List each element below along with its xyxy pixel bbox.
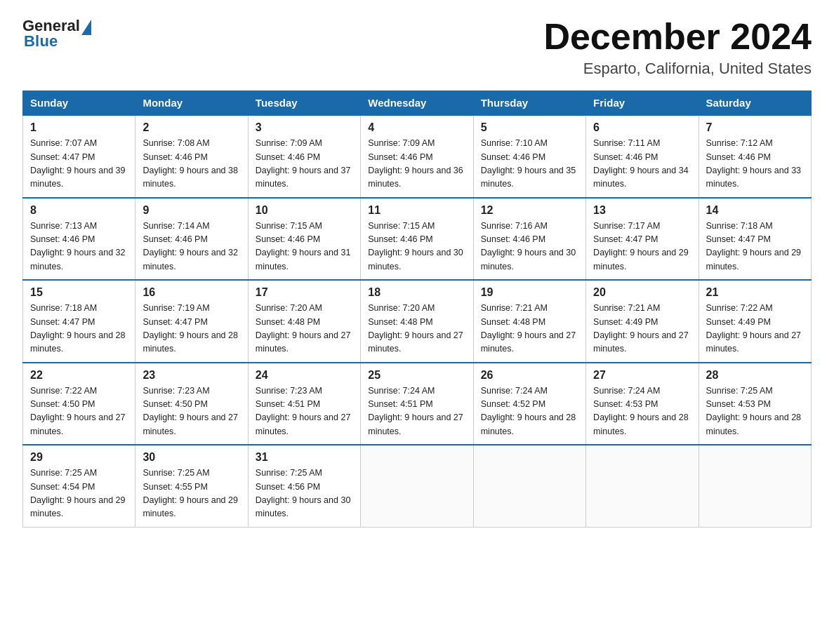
calendar-cell: 4Sunrise: 7:09 AMSunset: 4:46 PMDaylight…	[361, 115, 473, 198]
title-block: December 2024 Esparto, California, Unite…	[543, 17, 812, 78]
logo-blue-text: Blue	[24, 32, 58, 50]
day-info: Sunrise: 7:22 AMSunset: 4:49 PMDaylight:…	[706, 302, 804, 356]
calendar-cell	[473, 445, 585, 527]
day-number: 21	[706, 286, 804, 299]
day-number: 11	[368, 204, 465, 217]
calendar-cell: 30Sunrise: 7:25 AMSunset: 4:55 PMDayligh…	[135, 445, 248, 527]
calendar-cell: 7Sunrise: 7:12 AMSunset: 4:46 PMDaylight…	[699, 115, 811, 198]
day-info: Sunrise: 7:08 AMSunset: 4:46 PMDaylight:…	[143, 137, 240, 192]
day-info: Sunrise: 7:21 AMSunset: 4:48 PMDaylight:…	[481, 302, 578, 356]
calendar-cell: 24Sunrise: 7:23 AMSunset: 4:51 PMDayligh…	[248, 363, 360, 445]
day-number: 2	[143, 121, 240, 134]
page-header: General Blue December 2024 Esparto, Cali…	[22, 17, 812, 78]
day-info: Sunrise: 7:24 AMSunset: 4:53 PMDaylight:…	[593, 384, 691, 439]
header-thursday: Thursday	[473, 91, 585, 116]
day-number: 13	[593, 204, 691, 217]
day-number: 16	[143, 286, 240, 299]
calendar-cell: 11Sunrise: 7:15 AMSunset: 4:46 PMDayligh…	[361, 198, 473, 281]
day-number: 24	[256, 369, 353, 382]
day-info: Sunrise: 7:17 AMSunset: 4:47 PMDaylight:…	[593, 220, 691, 274]
calendar-cell: 2Sunrise: 7:08 AMSunset: 4:46 PMDaylight…	[135, 115, 248, 198]
day-number: 6	[593, 121, 691, 134]
day-info: Sunrise: 7:25 AMSunset: 4:54 PMDaylight:…	[30, 467, 128, 521]
calendar-week-row: 15Sunrise: 7:18 AMSunset: 4:47 PMDayligh…	[23, 280, 812, 363]
day-info: Sunrise: 7:09 AMSunset: 4:46 PMDaylight:…	[256, 137, 353, 192]
day-number: 1	[30, 121, 128, 134]
day-number: 22	[30, 369, 128, 382]
day-info: Sunrise: 7:23 AMSunset: 4:51 PMDaylight:…	[256, 384, 353, 439]
location-subtitle: Esparto, California, United States	[543, 60, 812, 78]
calendar-header-row: SundayMondayTuesdayWednesdayThursdayFrid…	[23, 91, 812, 116]
day-number: 23	[143, 369, 240, 382]
calendar-cell: 19Sunrise: 7:21 AMSunset: 4:48 PMDayligh…	[473, 280, 585, 363]
calendar-cell	[699, 445, 811, 527]
calendar-cell: 25Sunrise: 7:24 AMSunset: 4:51 PMDayligh…	[361, 363, 473, 445]
day-number: 15	[30, 286, 128, 299]
calendar-cell: 8Sunrise: 7:13 AMSunset: 4:46 PMDaylight…	[23, 198, 135, 281]
calendar-cell	[361, 445, 473, 527]
day-number: 25	[368, 369, 465, 382]
logo: General Blue	[22, 17, 91, 51]
day-info: Sunrise: 7:09 AMSunset: 4:46 PMDaylight:…	[368, 137, 465, 192]
calendar-cell: 22Sunrise: 7:22 AMSunset: 4:50 PMDayligh…	[23, 363, 135, 445]
day-number: 27	[593, 369, 691, 382]
day-info: Sunrise: 7:10 AMSunset: 4:46 PMDaylight:…	[481, 137, 578, 192]
day-number: 18	[368, 286, 465, 299]
day-number: 12	[481, 204, 578, 217]
calendar-cell: 10Sunrise: 7:15 AMSunset: 4:46 PMDayligh…	[248, 198, 360, 281]
day-info: Sunrise: 7:25 AMSunset: 4:56 PMDaylight:…	[256, 467, 353, 521]
header-tuesday: Tuesday	[248, 91, 360, 116]
day-info: Sunrise: 7:24 AMSunset: 4:51 PMDaylight:…	[368, 384, 465, 439]
day-info: Sunrise: 7:25 AMSunset: 4:55 PMDaylight:…	[143, 467, 240, 521]
calendar-week-row: 1Sunrise: 7:07 AMSunset: 4:47 PMDaylight…	[23, 115, 812, 198]
day-number: 8	[30, 204, 128, 217]
calendar-cell: 16Sunrise: 7:19 AMSunset: 4:47 PMDayligh…	[135, 280, 248, 363]
day-number: 30	[143, 451, 240, 464]
calendar-cell: 20Sunrise: 7:21 AMSunset: 4:49 PMDayligh…	[586, 280, 699, 363]
day-info: Sunrise: 7:23 AMSunset: 4:50 PMDaylight:…	[143, 384, 240, 439]
day-number: 28	[706, 369, 804, 382]
day-info: Sunrise: 7:15 AMSunset: 4:46 PMDaylight:…	[256, 220, 353, 274]
day-number: 14	[706, 204, 804, 217]
calendar-cell: 31Sunrise: 7:25 AMSunset: 4:56 PMDayligh…	[248, 445, 360, 527]
calendar-cell: 15Sunrise: 7:18 AMSunset: 4:47 PMDayligh…	[23, 280, 135, 363]
day-number: 20	[593, 286, 691, 299]
day-info: Sunrise: 7:20 AMSunset: 4:48 PMDaylight:…	[368, 302, 465, 356]
day-info: Sunrise: 7:13 AMSunset: 4:46 PMDaylight:…	[30, 220, 128, 274]
header-monday: Monday	[135, 91, 248, 116]
calendar-cell: 12Sunrise: 7:16 AMSunset: 4:46 PMDayligh…	[473, 198, 585, 281]
day-number: 19	[481, 286, 578, 299]
logo-triangle-icon	[81, 20, 91, 35]
day-number: 31	[256, 451, 353, 464]
day-info: Sunrise: 7:25 AMSunset: 4:53 PMDaylight:…	[706, 384, 804, 439]
day-info: Sunrise: 7:07 AMSunset: 4:47 PMDaylight:…	[30, 137, 128, 192]
day-info: Sunrise: 7:16 AMSunset: 4:46 PMDaylight:…	[481, 220, 578, 274]
calendar-week-row: 29Sunrise: 7:25 AMSunset: 4:54 PMDayligh…	[23, 445, 812, 527]
calendar-cell: 3Sunrise: 7:09 AMSunset: 4:46 PMDaylight…	[248, 115, 360, 198]
day-info: Sunrise: 7:14 AMSunset: 4:46 PMDaylight:…	[143, 220, 240, 274]
calendar-cell: 23Sunrise: 7:23 AMSunset: 4:50 PMDayligh…	[135, 363, 248, 445]
day-number: 29	[30, 451, 128, 464]
calendar-cell: 9Sunrise: 7:14 AMSunset: 4:46 PMDaylight…	[135, 198, 248, 281]
calendar-cell: 1Sunrise: 7:07 AMSunset: 4:47 PMDaylight…	[23, 115, 135, 198]
calendar-week-row: 22Sunrise: 7:22 AMSunset: 4:50 PMDayligh…	[23, 363, 812, 445]
day-info: Sunrise: 7:18 AMSunset: 4:47 PMDaylight:…	[30, 302, 128, 356]
calendar-cell: 28Sunrise: 7:25 AMSunset: 4:53 PMDayligh…	[699, 363, 811, 445]
calendar-cell: 29Sunrise: 7:25 AMSunset: 4:54 PMDayligh…	[23, 445, 135, 527]
day-number: 5	[481, 121, 578, 134]
day-info: Sunrise: 7:15 AMSunset: 4:46 PMDaylight:…	[368, 220, 465, 274]
day-number: 9	[143, 204, 240, 217]
day-info: Sunrise: 7:12 AMSunset: 4:46 PMDaylight:…	[706, 137, 804, 192]
header-wednesday: Wednesday	[361, 91, 473, 116]
calendar-cell: 5Sunrise: 7:10 AMSunset: 4:46 PMDaylight…	[473, 115, 585, 198]
calendar-cell: 18Sunrise: 7:20 AMSunset: 4:48 PMDayligh…	[361, 280, 473, 363]
calendar-cell	[586, 445, 699, 527]
calendar-cell: 21Sunrise: 7:22 AMSunset: 4:49 PMDayligh…	[699, 280, 811, 363]
month-title: December 2024	[543, 17, 812, 57]
calendar-cell: 14Sunrise: 7:18 AMSunset: 4:47 PMDayligh…	[699, 198, 811, 281]
header-saturday: Saturday	[699, 91, 811, 116]
day-number: 17	[256, 286, 353, 299]
calendar-table: SundayMondayTuesdayWednesdayThursdayFrid…	[22, 90, 812, 528]
day-number: 4	[368, 121, 465, 134]
day-number: 26	[481, 369, 578, 382]
